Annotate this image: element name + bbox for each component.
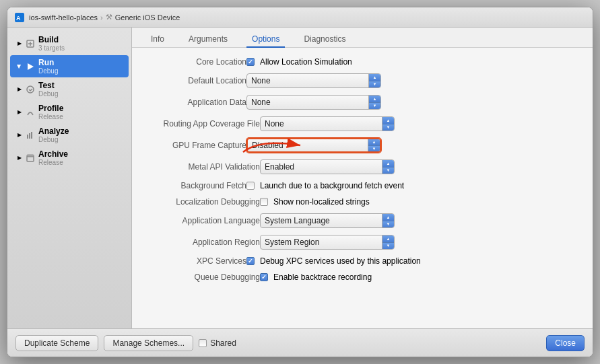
svg-point-4 <box>27 86 34 93</box>
app-region-select[interactable]: System Region ▲ ▼ <box>260 235 395 250</box>
tab-diagnostics[interactable]: Diagnostics <box>298 32 351 48</box>
default-location-select[interactable]: None ▲ ▼ <box>246 73 381 88</box>
sidebar-item-archive[interactable]: ▶ Archive Release <box>10 147 129 169</box>
xcode-icon: A <box>14 12 25 23</box>
stepper-down[interactable]: ▼ <box>382 168 394 174</box>
duplicate-scheme-button[interactable]: Duplicate Scheme <box>15 335 98 351</box>
stepper-up[interactable]: ▲ <box>368 139 380 146</box>
gpu-label: GPU Frame Capture <box>139 141 246 150</box>
loc-debug-label: Localization Debugging <box>139 197 260 207</box>
default-location-label: Default Location <box>139 76 246 85</box>
tab-options[interactable]: Options <box>246 32 285 48</box>
test-icon <box>26 85 35 94</box>
stepper-down[interactable]: ▼ <box>382 124 394 131</box>
sidebar-item-test[interactable]: ▶ Test Debug <box>10 78 129 100</box>
tab-arguments[interactable]: Arguments <box>183 32 233 48</box>
stepper-down[interactable]: ▼ <box>369 103 380 110</box>
metal-label: Metal API Validation <box>139 162 260 172</box>
queue-debug-row: Queue Debugging Enable backtrace recordi… <box>139 272 579 282</box>
bg-fetch-label: Background Fetch <box>139 181 246 190</box>
tab-info[interactable]: Info <box>145 32 170 48</box>
bg-fetch-checkbox-label: Launch due to a background fetch event <box>260 181 404 190</box>
app-data-row: Application Data None ▲ ▼ <box>139 95 579 110</box>
metal-value: Enabled <box>261 162 382 172</box>
app-data-label: Application Data <box>139 98 246 107</box>
bg-fetch-checkbox[interactable] <box>246 182 255 190</box>
archive-sublabel: Release <box>38 159 68 166</box>
arrow-icon: ▶ <box>17 64 22 69</box>
queue-checkbox[interactable] <box>260 273 268 281</box>
stepper-up[interactable]: ▲ <box>369 74 380 81</box>
arrow-icon: ▶ <box>17 155 22 161</box>
app-data-value: None <box>247 98 368 107</box>
svg-rect-5 <box>27 135 28 139</box>
metal-select[interactable]: Enabled ▲ ▼ <box>260 159 395 174</box>
stepper-down[interactable]: ▼ <box>382 221 394 228</box>
build-sublabel: 3 targets <box>38 44 65 52</box>
routing-value: None <box>261 119 382 129</box>
archive-label: Archive <box>38 149 68 159</box>
app-region-label: Application Region <box>139 238 260 247</box>
shared-checkbox[interactable] <box>199 339 207 347</box>
content-area: Info Arguments Options Diagnostics Core … <box>132 28 593 328</box>
core-location-row: Core Location Allow Location Simulation <box>139 57 579 67</box>
analyze-icon <box>26 131 35 140</box>
gpu-select[interactable]: Disabled ▲ ▼ <box>246 138 381 153</box>
xpc-checkbox-label: Debug XPC services used by this applicat… <box>260 256 421 266</box>
arrow-icon: ▶ <box>17 110 22 115</box>
stepper-up[interactable]: ▲ <box>382 235 394 243</box>
app-lang-label: Application Language <box>139 216 260 225</box>
loc-debug-checkbox-label: Show non-localized strings <box>273 197 370 207</box>
arrow-icon: ▶ <box>17 41 22 46</box>
loc-debug-checkbox[interactable] <box>260 198 268 206</box>
default-location-value: None <box>247 76 368 85</box>
xpc-checkbox[interactable] <box>246 257 255 265</box>
run-label: Run <box>38 58 58 67</box>
sidebar-item-build[interactable]: ▶ Build 3 targets <box>10 32 129 54</box>
build-label: Build <box>38 35 65 44</box>
app-lang-row: Application Language System Language ▲ ▼ <box>139 213 579 228</box>
loc-debug-row: Localization Debugging Show non-localize… <box>139 197 579 207</box>
svg-rect-6 <box>29 133 30 139</box>
stepper-down[interactable]: ▼ <box>382 243 394 250</box>
svg-rect-7 <box>31 132 32 139</box>
sidebar-item-profile[interactable]: ▶ Profile Release <box>10 101 129 123</box>
profile-sublabel: Release <box>38 113 63 120</box>
stepper-down[interactable]: ▼ <box>369 81 380 88</box>
xpc-label: XPC Services <box>139 256 246 266</box>
default-location-row: Default Location None ▲ ▼ <box>139 73 579 88</box>
stepper-up[interactable]: ▲ <box>369 96 380 103</box>
project-name: ios-swift-hello-places <box>29 13 98 22</box>
core-location-checkbox[interactable] <box>246 58 255 66</box>
analyze-label: Analyze <box>38 126 69 136</box>
sidebar-item-analyze[interactable]: ▶ Analyze Debug <box>10 124 129 146</box>
arrow-icon: ▶ <box>17 87 22 92</box>
sidebar: ▶ Build 3 targets ▶ Run Debug <box>7 28 132 328</box>
tab-bar: Info Arguments Options Diagnostics <box>132 28 593 48</box>
profile-label: Profile <box>38 104 63 113</box>
sidebar-item-run[interactable]: ▶ Run Debug <box>10 55 129 77</box>
scheme-editor-dialog: A ios-swift-hello-places › ⚒ Generic iOS… <box>7 7 593 357</box>
close-button[interactable]: Close <box>546 335 585 351</box>
shared-checkbox-label[interactable]: Shared <box>199 338 236 348</box>
device-name: Generic iOS Device <box>115 13 180 22</box>
queue-checkbox-label: Enable backtrace recording <box>273 272 372 282</box>
stepper-up[interactable]: ▲ <box>382 117 394 124</box>
device-icon: ⚒ <box>106 13 112 22</box>
profile-icon <box>26 108 35 117</box>
routing-select[interactable]: None ▲ ▼ <box>260 116 395 131</box>
core-location-label: Core Location <box>139 57 246 67</box>
app-data-select[interactable]: None ▲ ▼ <box>246 95 381 110</box>
gpu-frame-capture-row: GPU Frame Capture Disabled ▲ ▼ <box>139 138 579 153</box>
titlebar: A ios-swift-hello-places › ⚒ Generic iOS… <box>7 7 593 28</box>
test-sublabel: Debug <box>38 90 58 98</box>
app-lang-select[interactable]: System Language ▲ ▼ <box>260 213 395 228</box>
queue-label: Queue Debugging <box>139 272 260 282</box>
build-icon <box>26 39 35 48</box>
stepper-down[interactable]: ▼ <box>368 146 380 152</box>
manage-schemes-button[interactable]: Manage Schemes... <box>104 335 193 351</box>
run-sublabel: Debug <box>38 67 58 75</box>
stepper-up[interactable]: ▲ <box>382 214 394 221</box>
stepper-up[interactable]: ▲ <box>382 160 394 168</box>
shared-label: Shared <box>210 338 236 348</box>
